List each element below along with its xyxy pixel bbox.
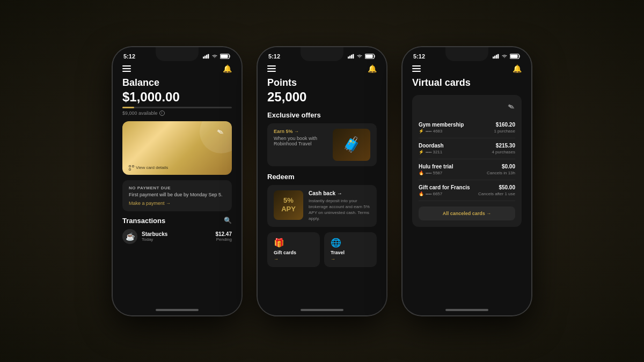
points-amount: 25,000 <box>267 90 377 105</box>
battery-icon-3 <box>510 54 521 59</box>
vc-bolt-doordash: ⚡ <box>419 150 424 154</box>
status-icons-3 <box>493 54 521 59</box>
view-card-details[interactable]: View card details <box>129 165 168 171</box>
make-payment-link[interactable]: Make a payment → <box>129 201 225 206</box>
status-bar-3: 5:12 <box>402 47 531 62</box>
points-label: Points <box>267 77 377 88</box>
offer-description: When you book with Robinhood Travel <box>274 136 327 146</box>
transaction-amount: $12.47 <box>215 231 232 237</box>
svg-rect-2 <box>206 55 207 58</box>
vc-feather-icon: ✒ <box>505 100 518 114</box>
exclusive-offers-heading: Exclusive offers <box>267 111 377 119</box>
balance-label: Balance <box>122 77 232 88</box>
vc-info-francis: Cancels after 1 use <box>478 191 515 196</box>
vc-amount-doordash: $215.30 <box>496 143 515 149</box>
bell-button-2[interactable]: 🔔 <box>368 64 377 73</box>
vc-gift-card-francis[interactable]: Gift card for Francis $50.00 🔥 •••• 6657… <box>419 180 515 201</box>
card-feather-icon: ✒ <box>214 125 227 139</box>
status-time-3: 5:12 <box>413 53 425 60</box>
payment-box: NO PAYMENT DUE First payment will be due… <box>122 180 232 211</box>
vc-num-francis: 🔥 •••• 6657 <box>419 191 442 196</box>
svg-rect-10 <box>349 55 350 58</box>
nav-bar-3: 🔔 <box>402 62 531 77</box>
vc-name-hulu: Hulu free trial <box>419 164 453 169</box>
vc-name-gym: Gym membership <box>419 122 464 128</box>
vc-num-hulu: 🔥 •••• 5587 <box>419 171 442 175</box>
home-indicator-2 <box>258 305 386 315</box>
cashback-description: Instantly deposit into your brokerage ac… <box>309 198 370 222</box>
vc-name-francis: Gift card for Francis <box>419 184 470 190</box>
travel-label: Travel <box>331 250 370 255</box>
phone-virtual-cards: 5:12 🔔 Virtual cards ✒ Gym membersh <box>402 47 531 315</box>
gift-cards-icon: 🎁 <box>274 238 313 248</box>
svg-rect-18 <box>497 54 499 58</box>
points-content: Points 25,000 Exclusive offers Earn 5% →… <box>258 77 386 305</box>
travel-icon: 🌐 <box>331 238 370 248</box>
svg-rect-7 <box>133 165 134 167</box>
vc-name-doordash: Doordash <box>419 143 444 149</box>
phone-balance: 5:12 🔔 Balance $1,000.00 $9,000 availabl… <box>113 47 241 315</box>
vc-bolt-gym: ⚡ <box>419 129 424 134</box>
vc-amount-francis: $50.00 <box>499 184 515 190</box>
svg-rect-17 <box>496 55 497 58</box>
vc-hulu[interactable]: Hulu free trial $0.00 🔥 •••• 5587 Cancel… <box>419 159 515 180</box>
vc-doordash[interactable]: Doordash $215.30 ⚡ •••• 3211 4 purchases <box>419 138 515 159</box>
transactions-header: Transactions 🔍 <box>122 217 232 225</box>
wifi-icon-3 <box>501 54 508 59</box>
exclusive-offer-card[interactable]: Earn 5% → When you book with Robinhood T… <box>267 123 377 166</box>
vc-info-doordash: 4 purchases <box>492 150 515 154</box>
home-bar-3 <box>445 309 488 311</box>
status-icons-1 <box>203 54 231 59</box>
battery-icon-2 <box>365 54 376 59</box>
travel-option[interactable]: 🌐 Travel → <box>324 232 377 267</box>
status-bar-1: 5:12 <box>113 47 241 62</box>
vc-bolt-hulu: 🔥 <box>419 171 424 175</box>
svg-rect-20 <box>510 54 518 57</box>
status-bar-2: 5:12 <box>258 47 386 62</box>
home-bar-2 <box>301 309 343 311</box>
offer-earn-text: Earn 5% → <box>274 129 327 134</box>
transaction-amount-block: $12.47 Pending <box>215 231 232 242</box>
cashback-card[interactable]: 5%APY Cash back → Instantly deposit into… <box>267 185 377 227</box>
vc-amount-hulu: $0.00 <box>502 164 515 169</box>
vc-bolt-francis: 🔥 <box>419 191 424 196</box>
svg-rect-12 <box>353 54 354 58</box>
nav-bar-1: 🔔 <box>113 62 241 77</box>
offer-image: 🧳 <box>333 129 370 161</box>
bell-button-1[interactable]: 🔔 <box>223 64 232 73</box>
starbucks-logo: ☕ <box>122 229 137 244</box>
redeem-heading: Redeem <box>267 173 377 181</box>
menu-button-2[interactable] <box>267 65 276 72</box>
gold-card[interactable]: ✒ View card details <box>122 121 232 175</box>
gift-cards-arrow: → <box>274 256 313 262</box>
offer-text: Earn 5% → When you book with Robinhood T… <box>274 129 327 146</box>
svg-rect-6 <box>129 165 131 167</box>
vc-header: ✒ <box>419 101 515 113</box>
transactions-label: Transactions <box>122 217 165 225</box>
transaction-info: Starbucks Today <box>142 231 211 242</box>
home-bar-1 <box>156 309 199 311</box>
scan-icon <box>129 165 134 171</box>
svg-rect-11 <box>351 55 352 58</box>
status-time-2: 5:12 <box>268 53 280 60</box>
menu-button-1[interactable] <box>122 65 131 72</box>
luggage-icon: 🧳 <box>342 136 361 153</box>
apy-badge: 5%APY <box>274 190 303 220</box>
vc-info-gym: 1 purchase <box>494 129 515 134</box>
virtual-card-list: ✒ Gym membership $160.20 ⚡ •••• 4683 1 p… <box>412 95 522 227</box>
svg-rect-16 <box>494 55 495 58</box>
svg-rect-0 <box>203 56 204 58</box>
svg-rect-3 <box>208 54 209 58</box>
balance-amount: $1,000.00 <box>122 90 232 105</box>
transaction-status: Pending <box>215 237 232 242</box>
menu-button-3[interactable] <box>412 65 421 72</box>
transaction-item: ☕ Starbucks Today $12.47 Pending <box>122 229 232 244</box>
all-canceled-cards-button[interactable]: All canceled cards → <box>419 206 515 220</box>
gift-cards-option[interactable]: 🎁 Gift cards → <box>267 232 320 267</box>
search-icon[interactable]: 🔍 <box>224 217 232 224</box>
signal-icon <box>203 54 209 59</box>
battery-icon <box>220 54 231 59</box>
vc-gym-membership[interactable]: Gym membership $160.20 ⚡ •••• 4683 1 pur… <box>419 117 515 138</box>
bell-button-3[interactable]: 🔔 <box>513 64 522 73</box>
home-indicator-1 <box>113 305 241 315</box>
